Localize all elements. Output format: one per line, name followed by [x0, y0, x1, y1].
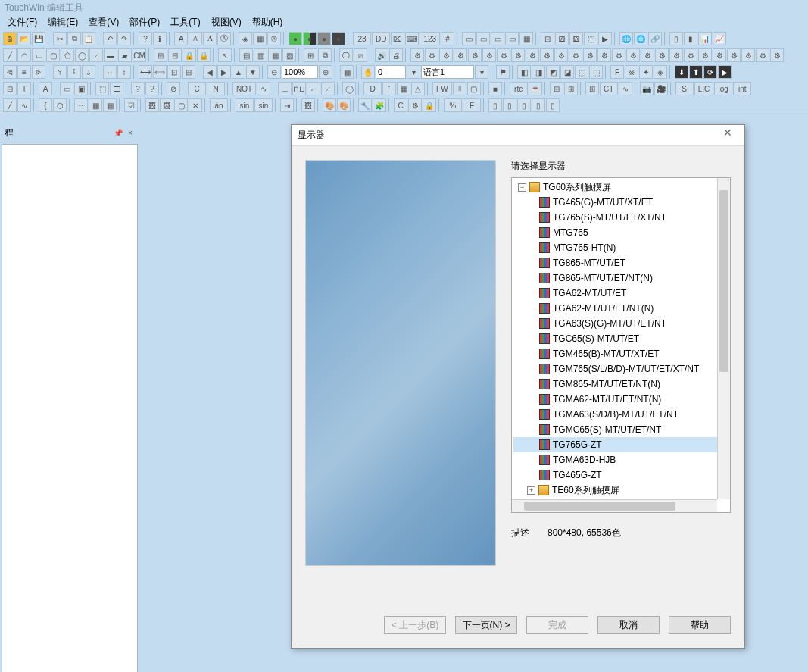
tree-leaf[interactable]: TGMA62-MT/UT/ET/NT(N) [513, 392, 728, 407]
r4-rtc-icon[interactable]: rtc [510, 82, 528, 95]
r3-sync-icon[interactable]: ⟳ [703, 65, 717, 79]
r4-cam-icon[interactable]: 📷 [640, 82, 654, 95]
r5-pal1-icon[interactable]: 🎨 [323, 98, 336, 112]
r5-gear-icon[interactable]: ⚙ [408, 98, 422, 112]
col-icon[interactable]: ▯ [669, 32, 683, 45]
num23-icon[interactable]: 23 [353, 32, 371, 45]
ellipse-icon[interactable]: ◯ [75, 48, 89, 62]
fold-icon[interactable]: ⟋ [89, 48, 103, 62]
r4-int-icon[interactable]: int [733, 82, 751, 95]
r3-1-icon[interactable]: ◧ [517, 65, 531, 79]
r3-upload-icon[interactable]: ⬆ [689, 65, 703, 79]
align-t-icon[interactable]: ⫯ [53, 65, 67, 79]
menu-edit[interactable]: 编辑(E) [43, 14, 83, 30]
group-icon[interactable]: ⊞ [154, 48, 167, 62]
r4-1-icon[interactable]: ⊟ [3, 82, 17, 95]
layer1-icon[interactable]: ▤ [239, 48, 253, 62]
r4-nc-icon[interactable]: ⊥ [278, 82, 292, 95]
misc13-icon[interactable]: ⚙ [583, 48, 597, 62]
cm-icon[interactable]: CM [133, 48, 146, 62]
r5-img1-icon[interactable]: 🖼 [145, 98, 159, 112]
misc7-icon[interactable]: ⚙ [497, 48, 510, 62]
menu-vision[interactable]: 视图(V) [207, 14, 246, 30]
poly-icon[interactable]: ⬠ [61, 48, 74, 62]
r5-lock-icon[interactable]: 🔒 [423, 98, 436, 112]
open-icon[interactable]: 📂 [17, 32, 31, 45]
r4-n-icon[interactable]: N [207, 82, 225, 95]
keypad-icon[interactable]: ▦ [519, 32, 533, 45]
save-icon[interactable]: 💾 [32, 32, 45, 45]
scroll-thumb[interactable] [524, 502, 675, 511]
r5-sq-icon[interactable]: ▢ [174, 98, 188, 112]
r5-b5-icon[interactable]: ▯ [546, 98, 560, 112]
slider-icon[interactable]: ⊟ [541, 32, 554, 45]
pointer-icon[interactable]: ↖ [218, 48, 232, 62]
size-eq-icon[interactable]: ⊡ [167, 65, 181, 79]
num123-icon[interactable]: 123 [420, 32, 440, 45]
zoom-in-icon[interactable]: ⊕ [319, 65, 332, 79]
size-all-icon[interactable]: ⊞ [182, 65, 195, 79]
info-icon[interactable]: ℹ [153, 32, 167, 45]
tree-leaf[interactable]: TG465G-ZT [513, 467, 728, 483]
menu-view[interactable]: 查看(V) [84, 14, 123, 30]
windows-icon[interactable]: ⧉ [318, 48, 332, 62]
r5-grid2-icon[interactable]: ▦ [103, 98, 117, 112]
hand-icon[interactable]: ✋ [361, 65, 375, 79]
ab-icon[interactable]: ⌧ [391, 32, 404, 45]
misc18-icon[interactable]: ⚙ [655, 48, 669, 62]
r4-not-icon[interactable]: NOT [232, 82, 256, 95]
misc6-icon[interactable]: ⚙ [482, 48, 496, 62]
new-icon[interactable]: 🗎 [3, 32, 17, 45]
r3-f-icon[interactable]: F [610, 65, 624, 79]
tree-leaf[interactable]: TGA62-MT/UT/ET/NT(N) [513, 301, 728, 316]
r4-dots-icon[interactable]: ⋮ [382, 82, 396, 95]
tree-leaf[interactable]: TGA63(S)(G)-MT/UT/ET/NT [513, 316, 728, 331]
kb-icon[interactable]: ⌨ [405, 32, 419, 45]
tree-leaf[interactable]: TG865-MT/UT/ET/NT(N) [513, 270, 728, 286]
dist-h-icon[interactable]: ↔ [103, 65, 117, 79]
text-a2-icon[interactable]: Ａ [189, 32, 202, 45]
r3-5-icon[interactable]: ⬚ [575, 65, 588, 79]
next-button[interactable]: 下一页(N) > [455, 616, 517, 634]
tree-leaf[interactable]: TGM765(S/L/B/D)-MT/UT/ET/XT/NT [513, 361, 728, 377]
nudge-u-icon[interactable]: ▲ [232, 65, 245, 79]
r4-step-icon[interactable]: ⌐ [307, 82, 320, 95]
misc2-icon[interactable]: ⚙ [425, 48, 438, 62]
tree-leaf[interactable]: TG765(S)-MT/UT/ET/XT/NT [513, 210, 728, 225]
rect-icon[interactable]: ▭ [32, 48, 45, 62]
gem-icon[interactable]: ◈ [239, 32, 252, 45]
misc16-icon[interactable]: ⚙ [626, 48, 640, 62]
r5-puzzle-icon[interactable]: 🧩 [373, 98, 386, 112]
misc14-icon[interactable]: ⚙ [597, 48, 611, 62]
pic-icon[interactable]: 🖼 [555, 32, 569, 45]
menu-file[interactable]: 文件(F) [3, 14, 42, 30]
r5-curve-icon[interactable]: ∿ [17, 98, 31, 112]
misc26-icon[interactable]: ⚙ [770, 48, 784, 62]
r5-b2-icon[interactable]: ▯ [503, 98, 516, 112]
misc25-icon[interactable]: ⚙ [756, 48, 769, 62]
r4-win-icon[interactable]: ⊞ [585, 82, 599, 95]
misc20-icon[interactable]: ⚙ [684, 48, 697, 62]
misc23-icon[interactable]: ⚙ [727, 48, 741, 62]
btn2-icon[interactable]: ▭ [476, 32, 490, 45]
r4-t-icon[interactable]: T [17, 82, 31, 95]
r4-frame-icon[interactable]: ▭ [60, 82, 73, 95]
expand-icon[interactable]: + [527, 486, 535, 495]
align-m-icon[interactable]: ⫱ [67, 65, 81, 79]
zoom-out-icon[interactable]: ⊖ [267, 65, 281, 79]
dist-v-icon[interactable]: ↕ [117, 65, 131, 79]
r3-download-icon[interactable]: ⬇ [675, 65, 688, 79]
frame-icon[interactable]: ⬚ [584, 32, 597, 45]
r5-an-icon[interactable]: án [210, 98, 228, 112]
misc15-icon[interactable]: ⚙ [612, 48, 625, 62]
copy-icon[interactable]: ⧉ [67, 32, 81, 45]
r3-9-icon[interactable]: ◈ [654, 65, 667, 79]
lamp-dark-icon[interactable]: ● [332, 32, 345, 45]
r4-grid-icon[interactable]: ▦ [397, 82, 410, 95]
print-icon[interactable]: 🖨 [389, 48, 403, 62]
r4-q2-icon[interactable]: ? [145, 82, 159, 95]
r4-sine-icon[interactable]: ∿ [619, 82, 632, 95]
num-input[interactable] [376, 65, 406, 79]
scrollbar-vertical[interactable] [717, 178, 730, 499]
globe2-icon[interactable]: 🌐 [634, 32, 647, 45]
